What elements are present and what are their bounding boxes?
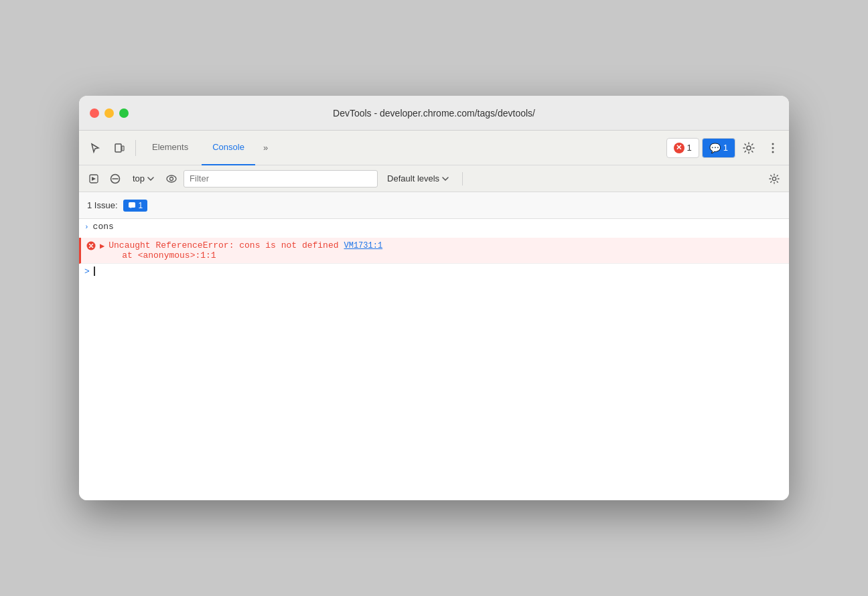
input-chevron[interactable]: › <box>84 223 89 231</box>
inspect-element-button[interactable] <box>84 137 106 159</box>
title-bar: DevTools - developer.chrome.com/tags/dev… <box>79 96 789 131</box>
console-input-row: › cons <box>79 219 789 238</box>
issue-message-badge[interactable]: 1 <box>123 200 148 212</box>
issue-message-count: 1 <box>139 201 143 210</box>
tab-console[interactable]: Console <box>202 131 255 165</box>
svg-point-12 <box>772 177 776 180</box>
toolbar-divider <box>135 140 136 156</box>
more-tabs-button[interactable]: » <box>258 143 273 153</box>
issue-label: 1 Issue: <box>87 200 118 210</box>
chevron-down-icon-levels <box>442 177 449 181</box>
context-selector[interactable]: top <box>127 171 159 185</box>
message-icon: 💬 <box>709 143 721 153</box>
svg-point-3 <box>772 143 774 145</box>
svg-marker-7 <box>92 177 96 181</box>
gear-icon <box>743 142 755 154</box>
error-content: Uncaught ReferenceError: cons is not def… <box>108 240 382 260</box>
traffic-lights <box>90 108 129 118</box>
svg-point-5 <box>772 151 774 153</box>
svg-rect-0 <box>115 144 121 152</box>
svg-point-4 <box>772 147 774 149</box>
clear-console-button[interactable] <box>106 169 125 188</box>
more-vertical-icon <box>772 142 774 154</box>
vm-link[interactable]: VM1731:1 <box>344 241 383 250</box>
eye-icon <box>166 175 177 183</box>
svg-point-2 <box>747 146 751 150</box>
chevron-down-icon <box>147 177 154 181</box>
message-icon-issue <box>128 202 136 210</box>
error-expand-chevron[interactable]: ▶ <box>100 241 104 251</box>
device-icon <box>114 143 125 153</box>
error-main-text: Uncaught ReferenceError: cons is not def… <box>108 240 338 250</box>
console-error-row: ▶ Uncaught ReferenceError: cons is not d… <box>79 238 789 264</box>
maximize-button[interactable] <box>119 108 129 118</box>
console-toolbar-divider <box>462 172 463 185</box>
close-button[interactable] <box>90 108 99 118</box>
cursor-icon <box>90 143 100 153</box>
svg-point-11 <box>170 177 173 180</box>
svg-point-10 <box>167 175 176 182</box>
filter-input[interactable] <box>184 170 378 188</box>
main-toolbar: Elements Console » ✕ 1 💬 1 <box>79 131 789 165</box>
message-count-label: 1 <box>723 143 728 153</box>
context-label: top <box>133 173 145 183</box>
play-icon <box>89 174 98 183</box>
svg-rect-1 <box>122 146 124 151</box>
issue-bar: 1 Issue: 1 <box>79 192 789 219</box>
error-detail-text: at <anonymous>:1:1 <box>122 250 382 260</box>
devtools-window: DevTools - developer.chrome.com/tags/dev… <box>79 96 789 500</box>
minimize-button[interactable] <box>104 108 114 118</box>
no-entry-icon <box>110 173 121 184</box>
console-input-text: cons <box>93 222 114 232</box>
settings-button[interactable] <box>738 137 760 159</box>
cursor <box>94 267 95 276</box>
error-count-button[interactable]: ✕ 1 <box>666 138 699 158</box>
console-content: › cons ▶ Uncaught ReferenceError: cons i… <box>79 219 789 500</box>
log-level-label: Default levels <box>387 173 439 183</box>
console-toolbar: top Default levels <box>79 165 789 192</box>
prompt-symbol: > <box>84 267 90 277</box>
device-toggle-button[interactable] <box>108 137 130 159</box>
error-icon: ✕ <box>674 143 684 153</box>
log-level-selector[interactable]: Default levels <box>380 171 455 185</box>
message-count-button[interactable]: 💬 1 <box>702 138 735 158</box>
error-count-label: 1 <box>687 143 692 153</box>
more-options-button[interactable] <box>762 137 784 159</box>
console-settings-button[interactable] <box>765 169 784 188</box>
error-circle-icon <box>86 241 96 253</box>
tab-elements[interactable]: Elements <box>141 131 199 165</box>
window-title: DevTools - developer.chrome.com/tags/dev… <box>333 108 535 119</box>
eye-button[interactable] <box>162 169 181 188</box>
gear-icon-console <box>769 173 780 184</box>
run-script-button[interactable] <box>84 169 103 188</box>
svg-rect-13 <box>129 202 135 208</box>
console-prompt-row[interactable]: > <box>79 264 789 283</box>
